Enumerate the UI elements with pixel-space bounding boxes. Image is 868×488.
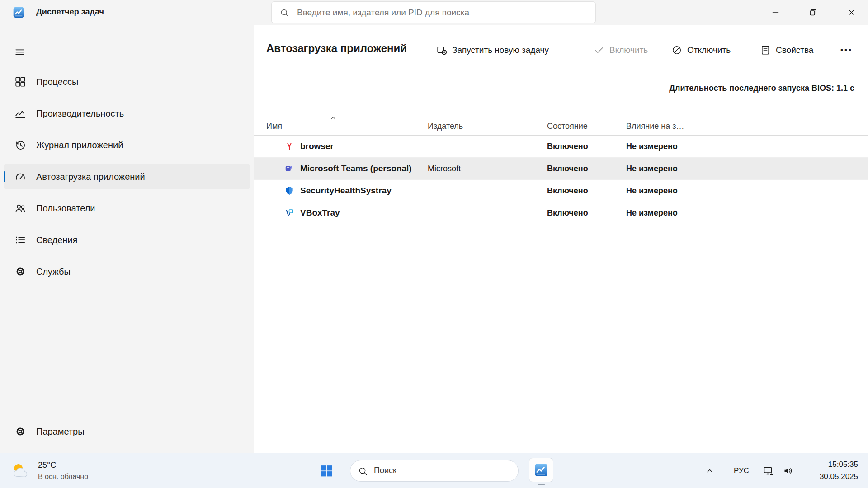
run-new-task-button[interactable]: Запустить новую задачу	[436, 41, 549, 59]
close-icon	[847, 8, 856, 17]
virtualbox-icon	[284, 208, 294, 218]
startup-app-impact: Не измерено	[626, 164, 678, 174]
startup-app-status: Включено	[547, 208, 588, 218]
language-switcher[interactable]: РУС	[729, 463, 754, 479]
chevron-up-icon	[704, 465, 715, 476]
sidebar-item-label: Производительность	[36, 108, 124, 119]
services-icon	[14, 266, 26, 277]
minimize-icon	[771, 8, 780, 17]
app-window: Диспетчер задач Процессы	[0, 0, 868, 488]
sidebar-item-label: Журнал приложений	[36, 140, 123, 150]
sidebar-item-label: Автозагрузка приложений	[36, 172, 145, 182]
minimize-button[interactable]	[759, 0, 792, 24]
weather-icon	[10, 460, 31, 481]
more-icon: •••	[840, 46, 853, 55]
disable-icon	[671, 45, 682, 56]
search-icon	[280, 8, 289, 18]
sidebar-item-label: Сведения	[36, 235, 77, 245]
start-button[interactable]	[316, 460, 337, 482]
startup-app-status: Включено	[547, 164, 588, 174]
security-shield-icon	[284, 186, 294, 196]
details-icon	[14, 234, 26, 246]
sidebar: Процессы Производительность Журнал прило…	[0, 25, 254, 453]
gear-icon	[14, 426, 26, 437]
taskbar-search[interactable]: Поиск	[350, 460, 519, 482]
enable-label: Включить	[609, 45, 648, 55]
taskbar: 25°C В осн. облачно Поиск	[0, 453, 868, 488]
search-input[interactable]	[296, 2, 585, 23]
bios-startup-info: Длительность последнего запуска BIOS: 1.…	[669, 84, 854, 93]
processes-icon	[14, 76, 26, 88]
table-row-teams[interactable]: Microsoft Teams (personal) Microsoft Вкл…	[254, 158, 868, 180]
performance-icon	[14, 108, 26, 119]
volume-button[interactable]	[780, 464, 796, 478]
more-options-button[interactable]: •••	[840, 41, 853, 59]
sidebar-item-label: Службы	[36, 267, 71, 277]
toolbar-divider	[580, 43, 580, 57]
disable-label: Отключить	[687, 45, 731, 55]
startup-app-status: Включено	[547, 186, 588, 196]
restore-button[interactable]	[796, 0, 830, 24]
language-label: РУС	[734, 466, 749, 475]
startup-apps-table: Имя Издатель Состояние Влияние на з… bro…	[254, 113, 868, 224]
column-header-status[interactable]: Состояние	[547, 122, 588, 131]
enable-button[interactable]: Включить	[594, 41, 648, 59]
startup-app-name: SecurityHealthSystray	[300, 186, 392, 196]
speaker-icon	[783, 465, 793, 476]
startup-app-impact: Не измерено	[626, 186, 678, 196]
users-icon	[14, 202, 26, 214]
task-manager-app-icon	[13, 6, 25, 19]
startup-apps-icon	[14, 171, 26, 183]
table-row-vboxtray[interactable]: VBoxTray Включено Не измерено	[254, 202, 868, 224]
sidebar-item-app-history[interactable]: Журнал приложений	[4, 132, 250, 158]
run-new-task-label: Запустить новую задачу	[452, 45, 549, 55]
clock-widget[interactable]: 15:05:35 30.05.2025	[820, 458, 858, 483]
table-row-browser[interactable]: browser Включено Не измерено	[254, 136, 868, 158]
checkmark-icon	[594, 45, 604, 56]
restore-icon	[808, 8, 818, 17]
taskbar-task-manager-button[interactable]	[529, 458, 553, 482]
sidebar-item-settings[interactable]: Параметры	[4, 419, 250, 444]
task-manager-taskbar-icon	[534, 463, 548, 477]
weather-temperature: 25°C	[38, 460, 56, 470]
sidebar-item-label: Процессы	[36, 77, 78, 87]
properties-button[interactable]: Свойства	[760, 41, 813, 59]
navigation-menu-button[interactable]	[9, 42, 30, 61]
startup-app-impact: Не измерено	[626, 208, 678, 218]
hamburger-icon	[14, 47, 25, 58]
column-header-publisher[interactable]: Издатель	[428, 122, 463, 131]
sidebar-item-details[interactable]: Сведения	[4, 227, 250, 253]
sidebar-item-services[interactable]: Службы	[4, 259, 250, 284]
run-new-task-icon	[436, 45, 447, 56]
startup-app-impact: Не измерено	[626, 142, 678, 151]
tray-overflow-button[interactable]	[702, 463, 718, 479]
taskbar-search-label: Поиск	[374, 466, 396, 475]
disable-button[interactable]: Отключить	[671, 41, 731, 59]
column-header-impact[interactable]: Влияние на з…	[626, 122, 684, 131]
tray-time: 15:05:35	[820, 458, 858, 470]
sidebar-item-processes[interactable]: Процессы	[4, 69, 250, 94]
weather-widget[interactable]: 25°C В осн. облачно	[6, 456, 119, 485]
main-content: Автозагрузка приложений Запустить новую …	[254, 25, 868, 453]
titlebar: Диспетчер задач	[0, 0, 868, 25]
sidebar-item-performance[interactable]: Производительность	[4, 101, 250, 126]
close-button[interactable]	[835, 0, 868, 24]
startup-app-name: VBoxTray	[300, 208, 340, 218]
windows-logo-icon	[320, 464, 333, 478]
page-title: Автозагрузка приложений	[266, 42, 407, 55]
sidebar-item-users[interactable]: Пользователи	[4, 196, 250, 221]
column-header-name[interactable]: Имя	[266, 122, 282, 131]
window-title: Диспетчер задач	[36, 7, 104, 17]
network-status-button[interactable]	[760, 464, 776, 478]
startup-app-name: browser	[300, 141, 334, 151]
properties-icon	[760, 45, 771, 56]
sidebar-item-startup-apps[interactable]: Автозагрузка приложений	[4, 164, 250, 189]
sidebar-item-label: Параметры	[36, 427, 85, 437]
app-history-icon	[14, 139, 26, 151]
properties-label: Свойства	[776, 45, 813, 55]
sort-ascending-icon	[330, 114, 337, 122]
table-row-security-health[interactable]: SecurityHealthSystray Включено Не измере…	[254, 180, 868, 202]
table-header: Имя Издатель Состояние Влияние на з…	[254, 113, 868, 136]
sidebar-item-label: Пользователи	[36, 203, 95, 214]
startup-app-status: Включено	[547, 142, 588, 151]
